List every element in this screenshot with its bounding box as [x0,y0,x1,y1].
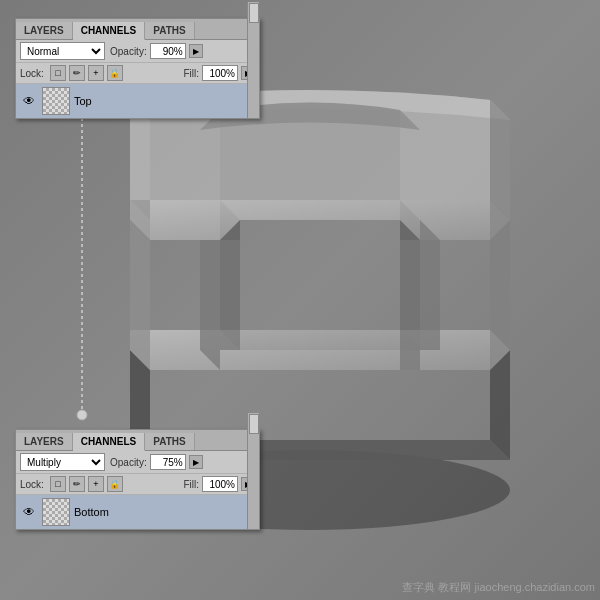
lock-move-icon-bottom[interactable]: + [88,476,104,492]
tab-layers-bottom[interactable]: LAYERS [16,433,73,450]
layer-row-bottom[interactable]: 👁 Bottom [16,495,259,529]
layer-name-top: Top [74,95,92,107]
layer-name-bottom: Bottom [74,506,109,518]
tab-paths-bottom[interactable]: PATHS [145,433,194,450]
fill-label-top: Fill: [183,68,199,79]
panel-bottom-tabs: LAYERS CHANNELS PATHS ≡ [16,430,259,451]
panel-top-lock-row: Lock: □ ✏ + 🔒 Fill: ▶ [16,63,259,84]
blend-mode-select-bottom[interactable]: Normal Multiply Screen Overlay [20,453,105,471]
panel-top-blend-row: Normal Multiply Screen Overlay Opacity: … [16,40,259,63]
panel-bottom: LAYERS CHANNELS PATHS ≡ Normal Multiply … [15,429,260,530]
panel-bottom-lock-row: Lock: □ ✏ + 🔒 Fill: ▶ [16,474,259,495]
lock-all-icon-bottom[interactable]: 🔒 [107,476,123,492]
fill-label-bottom: Fill: [183,479,199,490]
eye-icon-bottom[interactable]: 👁 [20,503,38,521]
fill-input-top[interactable] [202,65,238,81]
lock-all-icon-top[interactable]: 🔒 [107,65,123,81]
svg-point-4 [77,410,87,420]
lock-move-icon-top[interactable]: + [88,65,104,81]
opacity-input-top[interactable] [150,43,186,59]
panel-top: LAYERS CHANNELS PATHS ≡ Normal Multiply … [15,18,260,119]
lock-label-top: Lock: [20,68,44,79]
scrollbar-top[interactable] [247,2,259,118]
eye-icon-top[interactable]: 👁 [20,92,38,110]
lock-pixel-icon-top[interactable]: □ [50,65,66,81]
blend-mode-select-top[interactable]: Normal Multiply Screen Overlay [20,42,105,60]
opacity-arrow-top[interactable]: ▶ [189,44,203,58]
opacity-arrow-bottom[interactable]: ▶ [189,455,203,469]
scrollbar-thumb-top[interactable] [249,3,259,23]
lock-label-bottom: Lock: [20,479,44,490]
tab-channels-bottom[interactable]: CHANNELS [73,433,146,451]
layer-thumb-bottom [42,498,70,526]
checker-pattern-top [43,88,69,114]
opacity-label-bottom: Opacity: [110,457,147,468]
panel-bottom-blend-row: Normal Multiply Screen Overlay Opacity: … [16,451,259,474]
panel-top-tabs: LAYERS CHANNELS PATHS ≡ [16,19,259,40]
scrollbar-thumb-bottom[interactable] [249,414,259,434]
fill-input-bottom[interactable] [202,476,238,492]
scrollbar-bottom[interactable] [247,413,259,529]
checker-pattern-bottom [43,499,69,525]
layer-thumb-top [42,87,70,115]
layer-row-top[interactable]: 👁 Top [16,84,259,118]
tab-channels-top[interactable]: CHANNELS [73,22,146,40]
tab-paths-top[interactable]: PATHS [145,22,194,39]
lock-pixel-icon-bottom[interactable]: □ [50,476,66,492]
tab-layers-top[interactable]: LAYERS [16,22,73,39]
opacity-label-top: Opacity: [110,46,147,57]
lock-paint-icon-top[interactable]: ✏ [69,65,85,81]
lock-paint-icon-bottom[interactable]: ✏ [69,476,85,492]
opacity-input-bottom[interactable] [150,454,186,470]
